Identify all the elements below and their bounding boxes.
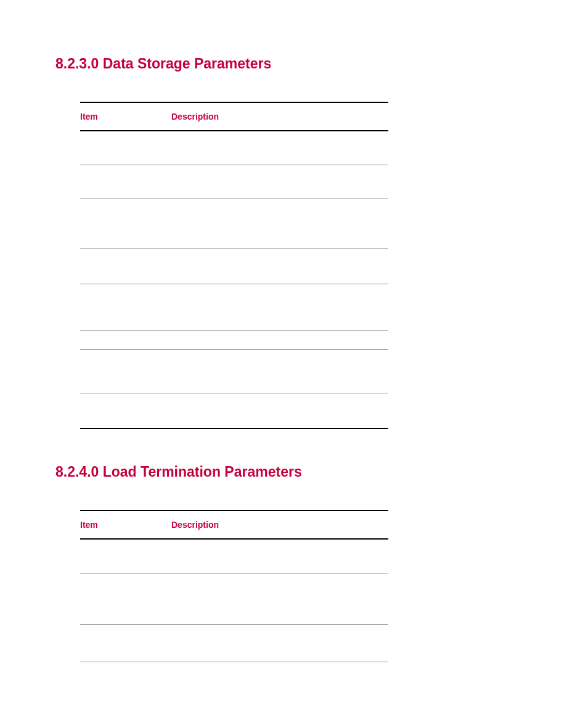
cell-item [80, 284, 171, 331]
table-row [80, 331, 388, 350]
section-heading-data-storage: 8.2.3.0 Data Storage Parameters [55, 55, 539, 72]
document-page: 8.2.3.0 Data Storage Parameters Item Des… [0, 0, 588, 687]
section-heading-load-termination: 8.2.4.0 Load Termination Parameters [55, 464, 539, 480]
table-row [80, 625, 388, 662]
cell-item [80, 165, 171, 199]
cell-description [171, 199, 388, 249]
table-header-description: Description [171, 102, 388, 131]
table-row [80, 284, 388, 331]
cell-item [80, 249, 171, 284]
cell-item [80, 331, 171, 350]
cell-description [171, 249, 388, 284]
cell-description [171, 284, 388, 331]
cell-description [171, 573, 388, 625]
cell-item [80, 573, 171, 625]
cell-item [80, 350, 171, 393]
cell-description [171, 350, 388, 393]
cell-description [171, 539, 388, 573]
cell-description [171, 625, 388, 662]
data-storage-table: Item Description [80, 102, 388, 429]
table-row [80, 539, 388, 573]
cell-description [171, 165, 388, 199]
table-row [80, 350, 388, 393]
table-row [80, 393, 388, 429]
table-row [80, 131, 388, 165]
table-header-description: Description [171, 511, 388, 539]
cell-item [80, 393, 171, 429]
cell-item [80, 199, 171, 249]
table-row [80, 199, 388, 249]
cell-item [80, 625, 171, 662]
table-row [80, 249, 388, 284]
table-row [80, 165, 388, 199]
table-row [80, 573, 388, 625]
load-termination-table: Item Description [80, 510, 388, 662]
table-header-item: Item [80, 511, 171, 539]
cell-description [171, 131, 388, 165]
cell-description [171, 331, 388, 350]
cell-description [171, 393, 388, 429]
cell-item [80, 131, 171, 165]
cell-item [80, 539, 171, 573]
table-header-item: Item [80, 102, 171, 131]
